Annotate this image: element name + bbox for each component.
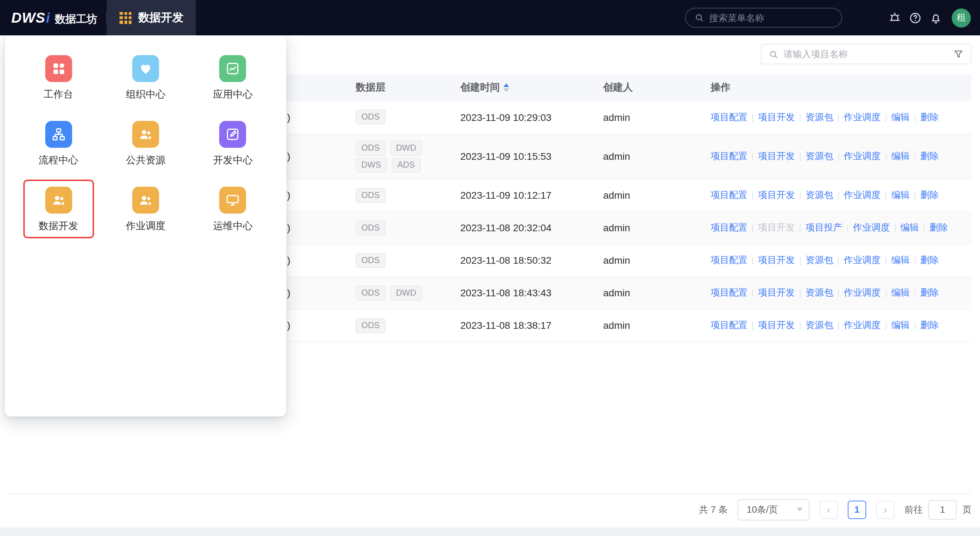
creator-cell: admin — [596, 134, 703, 179]
created-at-cell: 2023-11-08 18:43:43 — [453, 277, 596, 309]
menu-search-input[interactable] — [709, 13, 833, 23]
action-link[interactable]: 编辑 — [891, 320, 910, 330]
action-link[interactable]: 删除 — [920, 254, 939, 265]
layer-tag: ODS — [356, 253, 385, 268]
table-toolbar — [761, 44, 972, 64]
action-link[interactable]: 编辑 — [891, 151, 910, 161]
column-header-layers: 数据层 — [348, 74, 453, 101]
action-link[interactable]: 项目配置 — [711, 287, 748, 298]
action-link[interactable]: 编辑 — [891, 112, 910, 122]
action-separator: | — [837, 190, 840, 200]
project-search-input[interactable] — [783, 49, 948, 59]
action-link[interactable]: 项目配置 — [711, 254, 748, 265]
column-header-created-at[interactable]: 创建时间 — [453, 74, 596, 101]
action-link[interactable]: 编辑 — [900, 222, 919, 233]
app-item-ops-center[interactable]: 运维中心 — [197, 180, 268, 238]
app-item-public-resource[interactable]: 公共资源 — [110, 114, 181, 173]
next-page-button[interactable]: › — [876, 500, 894, 519]
action-link[interactable]: 作业调度 — [844, 287, 881, 298]
actions-cell: 项目配置|项目开发|项目投产|作业调度|编辑|删除 — [703, 212, 972, 244]
action-link[interactable]: 删除 — [920, 189, 939, 200]
app-item-label: 流程中心 — [38, 154, 78, 167]
bell-icon[interactable] — [926, 8, 946, 28]
action-link[interactable]: 项目开发 — [758, 112, 795, 122]
page-number-button[interactable]: 1 — [848, 500, 866, 519]
sort-caret-icon[interactable] — [503, 84, 509, 92]
action-separator: | — [885, 113, 887, 122]
action-link[interactable]: 作业调度 — [844, 112, 881, 122]
created-at-label: 创建时间 — [460, 81, 500, 93]
app-item-process-center[interactable]: 流程中心 — [23, 114, 94, 173]
page-number: 1 — [854, 505, 859, 514]
action-separator: | — [799, 288, 801, 298]
announcement-icon[interactable] — [885, 8, 905, 28]
action-link[interactable]: 项目配置 — [711, 189, 748, 200]
page-size-select[interactable]: 10条/页 — [738, 499, 810, 520]
action-link[interactable]: 资源包 — [806, 189, 833, 200]
action-link[interactable]: 作业调度 — [844, 320, 881, 330]
action-link[interactable]: 项目开发 — [758, 151, 795, 161]
action-link[interactable]: 项目开发 — [758, 287, 795, 298]
menu-tab-data-dev[interactable]: 数据开发 — [107, 0, 196, 35]
app-item-dev-center[interactable]: 开发中心 — [197, 114, 268, 173]
action-link[interactable]: 编辑 — [891, 189, 910, 200]
action-link[interactable]: 项目配置 — [711, 320, 748, 330]
action-link[interactable]: 资源包 — [806, 320, 833, 330]
action-link[interactable]: 编辑 — [891, 254, 910, 265]
creator-cell: admin — [596, 101, 703, 134]
app-item-label: 公共资源 — [126, 154, 165, 167]
app-item-org-center[interactable]: 组织中心 — [110, 48, 181, 107]
action-link[interactable]: 资源包 — [806, 112, 833, 122]
action-separator: | — [752, 190, 754, 200]
action-separator: | — [752, 223, 754, 233]
action-link[interactable]: 作业调度 — [844, 189, 881, 200]
action-link[interactable]: 资源包 — [806, 254, 833, 265]
action-separator: | — [885, 190, 887, 200]
column-header-actions: 操作 — [703, 74, 972, 101]
action-link[interactable]: 项目配置 — [711, 151, 748, 161]
action-link[interactable]: 删除 — [920, 151, 939, 161]
action-link[interactable]: 项目开发 — [758, 320, 795, 330]
action-link[interactable]: 删除 — [920, 287, 939, 298]
action-link[interactable]: 项目开发 — [758, 254, 795, 265]
app-item-data-dev[interactable]: 数据开发 — [23, 180, 94, 238]
grid-icon — [45, 55, 72, 82]
action-link[interactable]: 资源包 — [806, 151, 833, 161]
action-link[interactable]: 作业调度 — [853, 222, 890, 233]
actions-cell: 项目配置|项目开发|资源包|作业调度|编辑|删除 — [703, 309, 972, 342]
action-link[interactable]: 项目配置 — [711, 112, 748, 122]
avatar[interactable]: 租 — [952, 8, 971, 27]
help-icon[interactable] — [905, 8, 926, 28]
app-item-job-schedule[interactable]: 作业调度 — [110, 180, 181, 238]
action-link[interactable]: 删除 — [920, 112, 939, 122]
created-at-cell: 2023-11-08 18:38:17 — [453, 309, 596, 342]
action-link[interactable]: 删除 — [920, 320, 939, 330]
action-separator: | — [914, 288, 916, 298]
prev-page-button[interactable]: ‹ — [819, 500, 838, 519]
action-link[interactable]: 资源包 — [806, 287, 833, 298]
action-link[interactable]: 删除 — [929, 222, 948, 233]
creator-cell: admin — [596, 309, 703, 342]
menu-search-box[interactable] — [685, 8, 842, 27]
action-separator: | — [752, 320, 754, 330]
action-separator: | — [752, 255, 754, 265]
filter-icon[interactable] — [953, 49, 964, 59]
creator-cell: admin — [596, 179, 703, 212]
action-link[interactable]: 项目配置 — [711, 222, 748, 233]
action-link[interactable]: 作业调度 — [844, 151, 881, 161]
goto-page-input[interactable] — [928, 499, 957, 519]
creator-cell: admin — [596, 277, 703, 309]
action-link[interactable]: 项目开发 — [758, 189, 795, 200]
action-link[interactable]: 编辑 — [891, 287, 910, 298]
project-search-box[interactable] — [761, 44, 972, 64]
action-separator: | — [923, 223, 925, 233]
page-size-value: 10条/页 — [747, 503, 778, 516]
app-item-app-center[interactable]: 应用中心 — [197, 48, 268, 107]
app-item-workbench[interactable]: 工作台 — [23, 48, 94, 107]
action-link[interactable]: 作业调度 — [844, 254, 881, 265]
data-layers-cell: ODS — [348, 212, 453, 244]
action-separator: | — [885, 320, 887, 330]
app-grid: 工作台组织中心应用中心流程中心公共资源开发中心数据开发作业调度运维中心 — [15, 48, 277, 238]
action-link[interactable]: 项目投产 — [806, 222, 843, 233]
data-layers-cell: ODS — [348, 101, 453, 134]
